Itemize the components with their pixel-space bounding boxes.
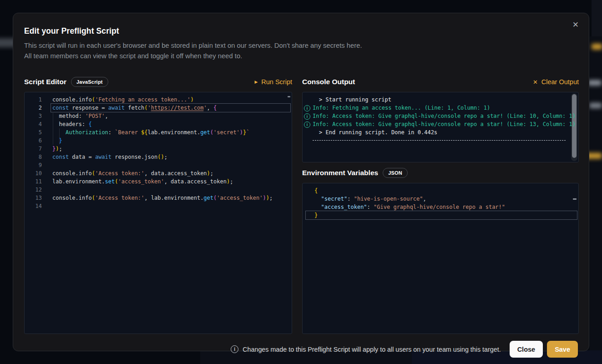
info-icon: i [231,345,238,353]
preflight-script-modal: ✕ Edit your Preflight Script This script… [13,13,589,351]
line-number: 12 [25,186,42,194]
console-log-line: iInfo: Fetching an access token... (Line… [303,104,578,112]
line-number: 2 [25,104,42,112]
code-line[interactable]: 14 [25,202,292,210]
clear-icon: ✕ [533,79,538,85]
run-script-label: Run Script [261,78,292,86]
env-json-line[interactable]: "access_token": "Give graphql-hive/conso… [303,203,578,211]
line-number: 7 [25,145,42,153]
line-number: 8 [25,153,42,161]
line-number: 5 [25,128,42,136]
backdrop-blur-item [589,103,602,108]
indent-guide [59,128,60,145]
play-icon: ▶ [254,80,258,84]
info-log-icon: i [304,121,310,128]
line-number: 14 [25,202,42,210]
save-button[interactable]: Save [547,341,578,358]
code-line[interactable]: 13console.info('Access token:', lab.envi… [25,194,292,202]
console-log-line: > Start running script [303,96,578,104]
panels: Script Editor JavaScript ▶ Run Script 1c… [24,76,578,334]
console-log-line: iInfo: Access token: Give graphql-hive/c… [303,120,578,128]
script-code-editor[interactable]: 1console.info('Fetching an access token.… [24,92,292,334]
line-number: 3 [25,112,42,120]
modal-footer: i Changes made to this Preflight Script … [24,341,578,358]
env-scrollbar-mark [573,198,577,200]
line-number: 6 [25,136,42,145]
clear-output-button[interactable]: ✕ Clear Output [533,78,579,86]
code-line[interactable]: 10console.info('Access token:', data.acc… [25,169,292,177]
code-line[interactable]: 7}); [25,145,292,153]
line-number: 4 [25,120,42,128]
modal-description-line2: All team members can view the script and… [24,51,578,61]
env-json-line[interactable]: "secret": "hive-is-open-source", [303,195,578,203]
env-vars-title: Environment Variables [302,169,378,177]
env-json-line[interactable]: } [306,211,577,219]
javascript-badge: JavaScript [71,77,108,87]
line-number: 10 [25,169,42,177]
env-json-line[interactable]: { [303,187,578,195]
code-line[interactable]: 9 [25,161,292,169]
overview-ruler-mark [288,96,290,97]
code-line[interactable]: 11lab.environment.set('access_token', da… [25,177,292,186]
clear-output-label: Clear Output [541,78,579,86]
code-line[interactable]: 6 } [25,136,292,145]
script-editor-column: Script Editor JavaScript ▶ Run Script 1c… [24,76,292,334]
close-icon[interactable]: ✕ [571,19,581,30]
indent-guide [53,112,53,145]
code-line[interactable]: 5 Authorization: `Bearer ${lab.environme… [25,128,292,136]
code-line[interactable]: 12 [25,186,292,194]
backdrop-corner [592,0,602,36]
console-log-line: iInfo: Access token: Give graphql-hive/c… [303,112,578,120]
line-number: 9 [25,161,42,169]
backdrop-blur-item [588,80,602,86]
code-line[interactable]: 4 headers: { [25,120,292,128]
line-number: 11 [25,177,42,186]
console-output-title: Console Output [302,78,355,86]
backdrop-blur-item [592,44,602,50]
script-editor-title: Script Editor [24,78,66,86]
json-badge: JSON [383,168,408,178]
code-line[interactable]: 2const response = await fetch('https://t… [25,104,292,112]
code-line[interactable]: 1console.info('Fetching an access token.… [25,96,292,104]
info-log-icon: i [304,105,310,111]
console-log-line: > End running script. Done in 0.442s [303,128,578,136]
run-script-button[interactable]: ▶ Run Script [254,78,292,86]
line-number: 13 [25,194,42,202]
modal-description-line1: This script will run in each user's brow… [24,40,578,51]
info-log-icon: i [304,113,310,120]
line-number: 1 [25,96,42,104]
screen: ✕ Edit your Preflight Script This script… [0,0,602,364]
output-column: Console Output ✕ Clear Output > Start ru… [302,76,579,334]
console-output-panel[interactable]: > Start running scriptiInfo: Fetching an… [302,92,579,162]
footer-note: Changes made to this Preflight Script wi… [243,346,501,353]
code-line[interactable]: 3 method: 'POST', [25,112,292,120]
console-separator [313,140,566,141]
modal-title: Edit your Preflight Script [24,24,578,36]
env-vars-editor[interactable]: { "secret": "hive-is-open-source", "acce… [302,183,579,334]
code-line[interactable]: 8const data = await response.json(); [25,153,292,161]
close-button[interactable]: Close [510,341,543,358]
